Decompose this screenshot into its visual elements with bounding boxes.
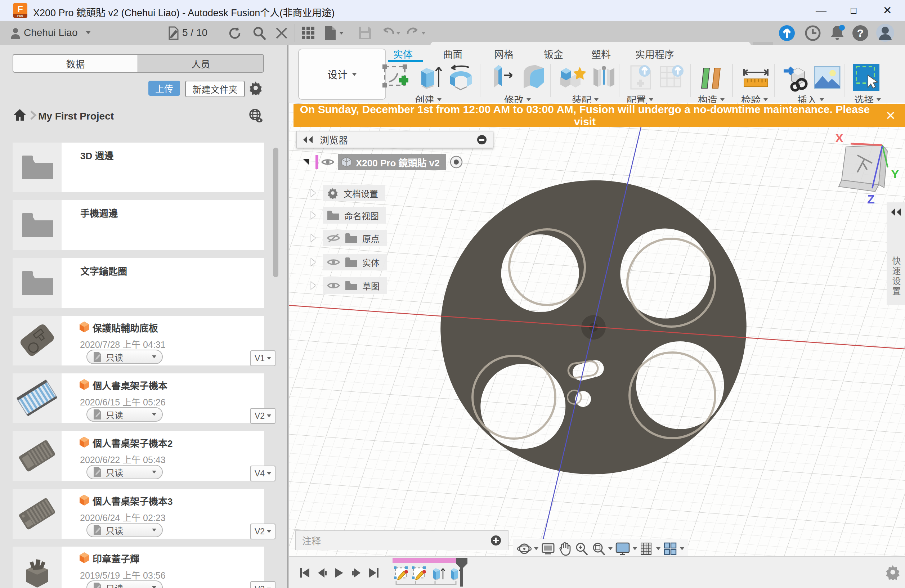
browser-row-document-settings[interactable]: 文档设置 (310, 185, 385, 201)
ribbon-tab-surface[interactable]: 曲面 (443, 47, 462, 61)
breadcrumb[interactable]: My First Project (38, 111, 114, 122)
user-menu-caret[interactable] (86, 31, 91, 34)
display-settings-icon[interactable] (615, 542, 630, 556)
timeline-play-button[interactable] (331, 565, 347, 581)
file-card[interactable]: 保護貼輔助底板 2020/7/28 上午 04:31 只读 V1 (13, 316, 264, 366)
zoom-window-icon[interactable] (591, 542, 606, 556)
file-mode-dropdown[interactable]: 只读 (86, 523, 163, 537)
timeline-step-back-button[interactable] (314, 565, 330, 581)
root-strip[interactable]: X200 Pro 鏡頭貼 v2 (338, 154, 446, 170)
folder-card[interactable]: 手機週邊 (13, 200, 264, 250)
redo-caret[interactable] (421, 32, 426, 35)
app-grid-icon[interactable] (302, 27, 315, 40)
file-card[interactable]: 印章蓋子輝 2019/5/19 上午 03:56 只读 V2 (13, 547, 264, 588)
viewports-caret[interactable] (680, 547, 684, 550)
new-folder-button[interactable]: 新建文件夹 (185, 81, 245, 97)
browser-collapse-icon[interactable] (303, 135, 313, 144)
search-icon[interactable] (252, 26, 267, 40)
select-icon[interactable] (851, 63, 881, 92)
insert-image-icon[interactable] (812, 63, 843, 92)
file-mode-dropdown[interactable]: 只读 (86, 465, 163, 479)
pan-hand-icon[interactable] (558, 542, 572, 556)
viewports-icon[interactable] (663, 542, 677, 556)
file-card[interactable]: 個人書桌架子機本 2020/6/15 上午 05:26 只读 V2 (13, 373, 264, 423)
construct-plane-icon[interactable] (697, 63, 728, 92)
comment-bar[interactable]: 注释 (295, 530, 508, 550)
job-status-icon[interactable] (779, 25, 795, 41)
panel-divider[interactable] (287, 45, 289, 588)
undo-icon[interactable] (381, 27, 395, 39)
root-expander-icon[interactable] (303, 159, 309, 165)
tab-data[interactable]: 数据 (13, 54, 138, 73)
file-mode-dropdown[interactable]: 只读 (86, 580, 163, 588)
visibility-off-eye-icon[interactable] (327, 233, 340, 243)
user-name[interactable]: Chehui Liao (24, 27, 78, 38)
expander-icon[interactable] (310, 189, 316, 197)
measure-icon[interactable] (740, 63, 772, 92)
grid-settings-icon[interactable] (639, 542, 654, 556)
browser-row-origin[interactable]: 原点 (310, 230, 387, 246)
joint-icon[interactable] (589, 63, 619, 92)
panel-settings-gear-icon[interactable] (248, 81, 263, 95)
timeline-sketch-feature[interactable] (393, 566, 409, 582)
expander-icon[interactable] (310, 282, 316, 290)
fillet-icon[interactable] (519, 63, 549, 92)
browser-row-bodies[interactable]: 实体 (310, 254, 387, 270)
grid-settings-caret[interactable] (656, 547, 660, 550)
quick-settings-collapse-icon[interactable] (890, 208, 902, 217)
ribbon-tab-solid[interactable]: 实体 (393, 47, 413, 61)
orbit-caret[interactable] (534, 547, 538, 550)
ribbon-tab-utilities[interactable]: 实用程序 (635, 47, 674, 61)
create-sketch-icon[interactable] (381, 63, 412, 92)
zoom-window-caret[interactable] (608, 547, 613, 550)
timeline-settings-gear-icon[interactable] (885, 564, 901, 580)
timeline-position-marker[interactable] (455, 557, 468, 586)
file-mode-dropdown[interactable]: 只读 (86, 350, 163, 364)
file-card[interactable]: 個人書桌架子機本2 2020/6/22 上午 05:43 只读 V4 (13, 431, 264, 481)
browser-minimize-icon[interactable] (476, 134, 487, 145)
close-button[interactable]: ✕ (878, 4, 897, 17)
new-file-icon[interactable] (324, 25, 337, 41)
expander-icon[interactable] (310, 258, 316, 266)
maximize-button[interactable]: □ (844, 4, 863, 17)
zoom-icon[interactable] (575, 542, 589, 556)
upload-button[interactable]: 上传 (148, 81, 180, 96)
folder-card[interactable]: 文字鑰匙圈 (13, 258, 264, 308)
activate-radio-icon[interactable] (450, 155, 463, 168)
timeline-sketch-feature[interactable] (411, 566, 427, 582)
insert-derive-icon[interactable] (781, 63, 812, 92)
display-settings-caret[interactable] (633, 547, 637, 550)
folder-card[interactable]: 3D 週邊 (13, 143, 264, 192)
tab-people[interactable]: 人员 (138, 54, 264, 73)
visibility-eye-icon[interactable] (327, 257, 340, 267)
look-at-icon[interactable] (541, 542, 555, 556)
help-icon[interactable]: ? (852, 25, 868, 41)
file-card[interactable]: 個人書桌架子機本3 2020/6/24 上午 02:23 只读 V2 (13, 489, 264, 539)
browser-root-row[interactable]: X200 Pro 鏡頭貼 v2 (303, 154, 463, 170)
timeline-go-to-start-button[interactable] (297, 565, 313, 581)
expander-icon[interactable] (310, 234, 316, 242)
file-version-dropdown[interactable]: V4 (250, 466, 276, 482)
redo-icon[interactable] (406, 27, 420, 39)
extrude-icon[interactable] (415, 63, 446, 92)
browser-row-named-views[interactable]: 命名视图 (310, 207, 386, 223)
home-icon[interactable] (13, 108, 27, 121)
visibility-eye-icon[interactable] (327, 281, 340, 290)
undo-caret[interactable] (396, 32, 400, 35)
design-workspace-selector[interactable]: 设计 (298, 49, 386, 100)
save-icon[interactable] (358, 26, 372, 40)
add-comment-icon[interactable] (490, 535, 502, 546)
timeline-go-to-end-button[interactable] (366, 565, 382, 581)
viewport-canvas[interactable]: 下 X Y Z On Sunday, December 1st from 12:… (289, 103, 905, 556)
browser-header[interactable]: 浏览器 (296, 131, 493, 148)
browser-row-sketches[interactable]: 草图 (310, 277, 387, 294)
file-version-dropdown[interactable]: V2 (250, 523, 276, 539)
minimize-button[interactable]: — (812, 4, 830, 17)
timeline-extrude-feature[interactable] (430, 566, 446, 582)
press-pull-icon[interactable] (488, 63, 519, 92)
file-version-dropdown[interactable]: V2 (250, 581, 276, 588)
ribbon-tab-sheetmetal[interactable]: 钣金 (544, 47, 563, 61)
panel-scrollbar[interactable] (273, 147, 278, 277)
expander-icon[interactable] (310, 211, 316, 219)
cancel-icon[interactable] (275, 27, 288, 40)
